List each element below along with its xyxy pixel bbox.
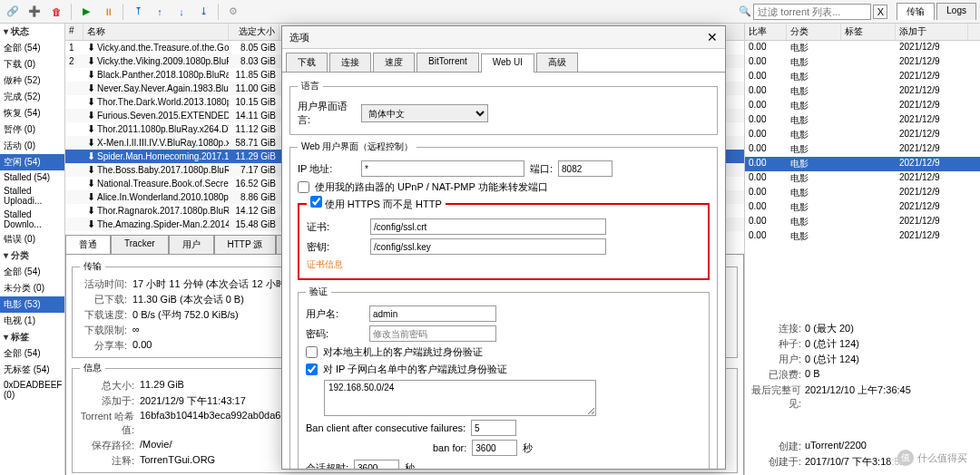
options-tab[interactable]: Web UI: [481, 53, 534, 73]
detail-value: 11.30 GiB (本次会话 0 B): [132, 293, 244, 306]
status-filter-item[interactable]: 做种 (52): [0, 73, 64, 89]
move-down-icon[interactable]: ↓: [172, 3, 191, 21]
table-row[interactable]: 0.00电影2021/12/9: [745, 142, 980, 157]
language-select[interactable]: 简体中文: [361, 104, 488, 122]
language-label: 用户界面语言:: [298, 100, 356, 127]
port-label: 端口:: [530, 162, 553, 176]
search-icon: 🔍: [739, 5, 751, 17]
filter-sidebar: ▾ 状态 全部 (54)下载 (0)做种 (52)完成 (52)恢复 (54)暂…: [0, 24, 65, 475]
pause-icon[interactable]: ⏸: [99, 3, 117, 21]
password-label: 密码:: [306, 327, 364, 341]
category-section-header[interactable]: ▾ 分类: [0, 247, 64, 264]
upnp-checkbox[interactable]: [298, 181, 309, 193]
detail-tab[interactable]: Tracker: [111, 235, 169, 254]
category-filter-item[interactable]: 电影 (53): [0, 296, 64, 313]
bypass-subnet-checkbox[interactable]: [306, 364, 318, 375]
move-bottom-icon[interactable]: ⤓: [194, 3, 212, 21]
options-tab[interactable]: 高级: [536, 53, 578, 72]
status-filter-item[interactable]: 空闲 (54): [0, 154, 64, 170]
col-ratio[interactable]: 比率: [745, 24, 787, 40]
detail-tab[interactable]: 用户: [169, 235, 214, 254]
table-row[interactable]: 0.00电影2021/12/9: [745, 70, 980, 84]
tag-filter-item[interactable]: 无标签 (54): [0, 362, 64, 378]
status-filter-item[interactable]: Stalled Downlo...: [0, 208, 64, 231]
options-tab[interactable]: 连接: [329, 53, 371, 72]
table-row[interactable]: 0.00电影2021/12/9: [745, 171, 980, 186]
stat-label: 用户:: [750, 353, 801, 366]
col-size[interactable]: 选定大小: [229, 24, 279, 40]
ban-duration-input[interactable]: [472, 440, 517, 456]
move-up-icon[interactable]: ↑: [151, 3, 169, 21]
key-input[interactable]: [370, 238, 606, 255]
language-fieldset: 语言 用户界面语言: 简体中文: [289, 80, 718, 135]
category-filter-item[interactable]: 未分类 (0): [0, 280, 64, 296]
move-top-icon[interactable]: ⤒: [129, 3, 147, 21]
col-name[interactable]: 名称: [83, 24, 229, 40]
banfor-unit: 秒: [523, 441, 533, 455]
bypass-local-checkbox[interactable]: [306, 346, 318, 358]
table-row[interactable]: 0.00电影2021/12/9: [745, 200, 980, 215]
timeout-input[interactable]: [354, 460, 399, 469]
tag-filter-item[interactable]: 0xDEADBEEF (0): [0, 378, 64, 402]
stat-label: 已浪费:: [750, 368, 801, 382]
status-filter-item[interactable]: Stalled Uploadi...: [0, 184, 64, 208]
category-filter-item[interactable]: 全部 (54): [0, 264, 64, 280]
table-row[interactable]: 0.00电影2021/12/9: [745, 229, 980, 244]
table-row[interactable]: 0.00电影2021/12/9: [745, 128, 980, 142]
cert-info-link[interactable]: 证书信息: [307, 258, 343, 271]
table-row[interactable]: 0.00电影2021/12/9: [745, 84, 980, 99]
status-filter-item[interactable]: 暂停 (0): [0, 121, 64, 138]
stat-value: 0 (总计 124): [805, 337, 859, 351]
tag-filter-item[interactable]: 全部 (54): [0, 345, 64, 362]
category-filter-item[interactable]: 电视 (1): [0, 313, 64, 329]
table-row[interactable]: 0.00电影2021/12/9: [745, 215, 980, 229]
settings-icon[interactable]: ⚙: [224, 3, 242, 21]
table-row[interactable]: 0.00电影2021/12/9: [745, 186, 980, 200]
detail-tab[interactable]: 普通: [65, 235, 111, 254]
detail-tab[interactable]: HTTP 源: [214, 235, 277, 254]
filter-input[interactable]: [753, 4, 871, 20]
options-tab[interactable]: 速度: [373, 53, 415, 72]
add-link-icon[interactable]: 🔗: [4, 3, 22, 21]
stat-label: 创建于:: [750, 455, 801, 469]
status-filter-item[interactable]: 完成 (52): [0, 89, 64, 105]
table-row[interactable]: 0.00电影2021/12/9: [745, 55, 980, 70]
cert-input[interactable]: [370, 218, 606, 235]
status-filter-item[interactable]: 活动 (0): [0, 138, 64, 154]
https-checkbox[interactable]: [310, 196, 322, 208]
status-filter-item[interactable]: 全部 (54): [0, 40, 64, 56]
delete-icon[interactable]: 🗑: [47, 3, 65, 21]
table-row[interactable]: 0.00电影2021/12/9: [745, 41, 980, 55]
tab-transfers[interactable]: 传输: [897, 3, 935, 20]
status-filter-item[interactable]: 下载 (0): [0, 56, 64, 73]
table-row[interactable]: 0.00电影2021/12/9: [745, 157, 980, 171]
options-tab[interactable]: 下载: [286, 53, 328, 72]
col-added[interactable]: 添加于: [896, 24, 968, 40]
detail-label: Torrent 哈希值:: [80, 410, 134, 437]
ip-input[interactable]: [361, 160, 524, 177]
bypass-local-label: 对本地主机上的客户端跳过身份验证: [323, 345, 483, 359]
status-filter-item[interactable]: Stalled (54): [0, 170, 64, 184]
password-input[interactable]: [369, 325, 496, 342]
col-tag[interactable]: 标签: [841, 24, 896, 40]
clear-filter-button[interactable]: X: [873, 5, 887, 19]
tab-logs[interactable]: Logs: [936, 3, 976, 20]
table-row[interactable]: 0.00电影2021/12/9: [745, 113, 980, 128]
ban-count-input[interactable]: [471, 420, 516, 436]
start-icon[interactable]: ▶: [77, 3, 95, 21]
close-icon[interactable]: ✕: [707, 30, 718, 44]
status-filter-item[interactable]: 错误 (0): [0, 231, 64, 247]
col-index[interactable]: #: [65, 24, 83, 40]
username-input[interactable]: [369, 305, 496, 322]
tag-section-header[interactable]: ▾ 标签: [0, 329, 64, 345]
bypass-subnet-label: 对 IP 子网白名单中的客户端跳过身份验证: [323, 363, 507, 376]
stat-label: 最后完整可见:: [750, 383, 801, 411]
table-row[interactable]: 0.00电影2021/12/9: [745, 99, 980, 113]
port-input[interactable]: [558, 160, 612, 177]
status-filter-item[interactable]: 恢复 (54): [0, 105, 64, 121]
col-category[interactable]: 分类: [787, 24, 841, 40]
add-file-icon[interactable]: ➕: [25, 3, 44, 21]
options-tab[interactable]: BitTorrent: [416, 53, 479, 72]
subnet-textarea[interactable]: 192.168.50.0/24: [324, 380, 596, 416]
status-section-header[interactable]: ▾ 状态: [0, 24, 64, 40]
